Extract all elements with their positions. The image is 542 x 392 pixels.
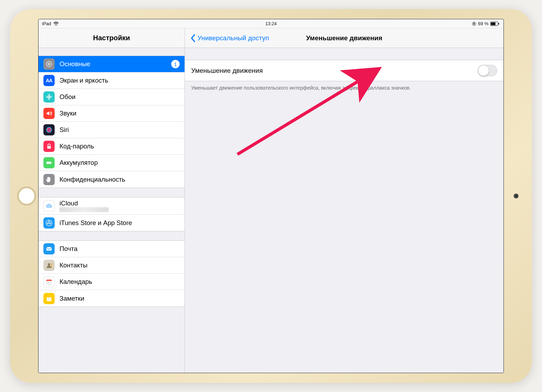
sidebar-group: iCloudiTunes Store и App Store bbox=[39, 197, 185, 231]
sidebar-group: Основные1AAЭкран и яркостьОбоиЗвукиSiriК… bbox=[39, 56, 185, 188]
sidebar-item-flower[interactable]: Обои bbox=[39, 89, 185, 105]
footer-note: Уменьшает движение пользовательского инт… bbox=[185, 81, 503, 92]
sidebar-item-speaker[interactable]: Звуки bbox=[39, 105, 185, 122]
sidebar-title: Настройки bbox=[39, 28, 185, 48]
detail-header: Универсальный доступ Уменьшение движения bbox=[185, 28, 503, 48]
status-bar: iPad 13:24 69 % bbox=[39, 19, 503, 28]
sidebar-item-label: Конфиденциальность bbox=[60, 176, 180, 183]
screen: iPad 13:24 69 % Настройки Основные1AA bbox=[38, 19, 504, 373]
sidebar-item-label: Календарь bbox=[60, 278, 180, 286]
AA-icon: AA bbox=[43, 75, 55, 86]
svg-rect-17 bbox=[47, 247, 52, 251]
sidebar-item-battery[interactable]: Аккумулятор bbox=[39, 155, 185, 171]
sidebar-item-cloud[interactable]: iCloud bbox=[39, 197, 185, 215]
svg-point-7 bbox=[48, 96, 50, 98]
sidebar-list[interactable]: Основные1AAЭкран и яркостьОбоиЗвукиSiriК… bbox=[39, 48, 185, 373]
sidebar-item-label: Почта bbox=[60, 245, 180, 253]
sidebar-item-label: Заметки bbox=[60, 295, 180, 302]
sidebar-item-label: Экран и яркость bbox=[60, 77, 180, 84]
calendar-icon bbox=[43, 276, 55, 287]
svg-rect-19 bbox=[51, 263, 52, 267]
sidebar-item-label: Звуки bbox=[60, 110, 180, 117]
sidebar-item-calendar[interactable]: Календарь bbox=[39, 274, 185, 290]
sidebar-item-siri[interactable]: Siri bbox=[39, 122, 185, 138]
svg-rect-30 bbox=[47, 296, 51, 297]
svg-point-9 bbox=[48, 98, 50, 100]
svg-rect-14 bbox=[47, 162, 51, 164]
svg-point-24 bbox=[49, 282, 50, 282]
clock: 13:24 bbox=[39, 21, 503, 26]
appstore-icon bbox=[43, 217, 55, 229]
svg-point-5 bbox=[47, 62, 52, 67]
sidebar-item-label: Код-пароль bbox=[60, 142, 180, 150]
svg-point-23 bbox=[48, 282, 49, 282]
svg-point-22 bbox=[47, 282, 48, 282]
sidebar-item-label: Контакты bbox=[60, 261, 180, 269]
svg-rect-15 bbox=[51, 162, 52, 163]
battery-icon bbox=[43, 157, 55, 168]
svg-point-28 bbox=[49, 283, 50, 284]
reduce-motion-toggle[interactable] bbox=[478, 65, 497, 76]
badge: 1 bbox=[171, 60, 180, 68]
annotation-arrow bbox=[185, 28, 409, 168]
front-camera bbox=[514, 194, 519, 198]
carrier-label: iPad bbox=[42, 21, 51, 26]
svg-point-11 bbox=[50, 96, 52, 98]
mail-icon bbox=[43, 243, 55, 254]
svg-rect-13 bbox=[47, 146, 51, 149]
sidebar-item-hand[interactable]: Конфиденциальность bbox=[39, 171, 185, 188]
redacted-subtitle bbox=[60, 207, 109, 212]
sidebar-item-label: iCloud bbox=[60, 200, 180, 207]
switch-label: Уменьшение движения bbox=[191, 67, 478, 75]
sidebar-item-notes[interactable]: Заметки bbox=[39, 290, 185, 307]
sidebar-item-label: Обои bbox=[60, 93, 180, 101]
detail-pane: Универсальный доступ Уменьшение движения… bbox=[185, 28, 503, 373]
sidebar-group: ПочтаКонтактыКалендарьЗаметки bbox=[39, 240, 185, 307]
sidebar-item-label: Аккумулятор bbox=[60, 159, 180, 167]
toggle-knob bbox=[478, 65, 489, 76]
svg-point-27 bbox=[48, 283, 49, 284]
wifi-icon bbox=[53, 22, 59, 26]
cloud-icon bbox=[43, 200, 55, 211]
svg-rect-1 bbox=[474, 23, 475, 24]
sidebar-item-gear[interactable]: Основные1 bbox=[39, 56, 185, 72]
back-button[interactable]: Универсальный доступ bbox=[190, 34, 269, 42]
svg-point-18 bbox=[48, 263, 50, 266]
svg-point-10 bbox=[47, 96, 48, 98]
svg-point-25 bbox=[50, 282, 51, 282]
svg-point-6 bbox=[48, 63, 50, 65]
svg-point-8 bbox=[48, 94, 50, 96]
lock-icon bbox=[43, 141, 55, 152]
siri-icon bbox=[43, 124, 55, 135]
gear-icon bbox=[43, 58, 55, 70]
sidebar-item-label: Siri bbox=[60, 126, 180, 134]
speaker-icon bbox=[43, 108, 55, 119]
orientation-lock-icon bbox=[472, 22, 476, 26]
flower-icon bbox=[43, 91, 55, 103]
battery-pct: 69 % bbox=[478, 21, 488, 26]
sidebar: Настройки Основные1AAЭкран и яркостьОбои… bbox=[39, 28, 185, 373]
reduce-motion-row: Уменьшение движения bbox=[185, 60, 503, 81]
battery-icon bbox=[490, 22, 499, 26]
svg-rect-3 bbox=[491, 22, 495, 25]
svg-point-26 bbox=[47, 283, 48, 284]
sidebar-item-AA[interactable]: AAЭкран и яркость bbox=[39, 72, 185, 89]
notes-icon bbox=[43, 293, 55, 304]
home-button[interactable] bbox=[17, 187, 36, 205]
svg-point-12 bbox=[46, 127, 52, 133]
contacts-icon bbox=[43, 260, 55, 271]
ipad-device-frame: iPad 13:24 69 % Настройки Основные1AA bbox=[10, 9, 532, 383]
sidebar-item-label: Основные bbox=[60, 60, 171, 68]
svg-rect-4 bbox=[499, 23, 499, 24]
sidebar-item-contacts[interactable]: Контакты bbox=[39, 257, 185, 274]
sidebar-item-lock[interactable]: Код-пароль bbox=[39, 138, 185, 155]
sidebar-item-label: iTunes Store и App Store bbox=[60, 219, 180, 227]
svg-rect-21 bbox=[47, 280, 52, 281]
hand-icon bbox=[43, 174, 55, 185]
sidebar-item-mail[interactable]: Почта bbox=[39, 241, 185, 257]
back-label: Универсальный доступ bbox=[197, 34, 269, 42]
sidebar-item-appstore[interactable]: iTunes Store и App Store bbox=[39, 215, 185, 231]
